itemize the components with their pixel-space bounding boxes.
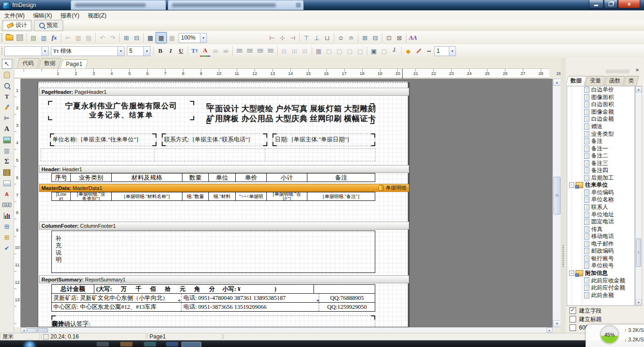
zoom-tool[interactable]	[2, 81, 12, 91]
text-object-tool[interactable]: A	[2, 124, 12, 134]
header-cell[interactable]: 材料及规格	[112, 174, 182, 182]
tree-item[interactable]: − 单位地址	[567, 211, 635, 218]
no-border-button[interactable]: ▢	[379, 46, 389, 56]
tree-item[interactable]: − 单位税号	[567, 262, 635, 270]
store-row[interactable]: 中心区店: 中心区东龙公寓#12、#13车库 电话: 0951-3873656 …	[52, 303, 375, 311]
detail-table-header[interactable]: 序号业务类别材料及规格数量单位单价小计备注	[51, 173, 375, 182]
panel-grip[interactable]	[606, 70, 629, 73]
fill-color-button[interactable]: ◆	[403, 46, 413, 56]
supplement-note-box[interactable]: 补充说明	[51, 231, 375, 273]
redo-button[interactable]: ↷	[107, 33, 118, 43]
scroll-left-icon[interactable]: ◂	[21, 328, 27, 333]
line-width-select[interactable]: 1▾	[434, 46, 456, 56]
tree-item[interactable]: − 备注	[567, 138, 635, 145]
checkbox-tool[interactable]: ✔	[2, 243, 12, 253]
tab-code[interactable]: 代码	[17, 58, 40, 68]
right-border-button[interactable]: ▢	[355, 46, 365, 56]
underline-button[interactable]: U	[176, 46, 186, 56]
align-bottom-edges-button[interactable]: ⊔	[322, 33, 332, 43]
picture-object-tool[interactable]	[2, 135, 12, 145]
align-center-button[interactable]	[245, 46, 255, 56]
tree-item[interactable]: − 备注一	[567, 145, 635, 152]
total-amount-label[interactable]: 总计金额	[52, 285, 94, 293]
field-unit-name[interactable]: 单位名称:[单据主体."往来单位"]	[50, 133, 157, 146]
amount-empty-cell[interactable]	[314, 285, 375, 293]
header-cell[interactable]: 小计	[267, 174, 307, 182]
expression-button[interactable]: fx	[49, 33, 59, 43]
start-button[interactable]	[25, 341, 35, 347]
header-cell[interactable]: 业务类别	[71, 174, 112, 182]
checkbox[interactable]	[570, 316, 576, 322]
shape-tool[interactable]	[2, 178, 12, 188]
taskbar-item-active[interactable]	[182, 342, 201, 347]
font-style-button[interactable]: TT	[190, 46, 200, 56]
checkbox[interactable]	[570, 307, 576, 314]
taskbar-item[interactable]	[97, 342, 109, 347]
ole-tool[interactable]: OLE	[2, 200, 12, 210]
snap-to-grid-button[interactable]: ▦	[156, 32, 167, 43]
show-grid-button[interactable]: ▦	[145, 33, 156, 43]
scroll-down-icon[interactable]: ▼	[553, 320, 561, 327]
header-cell[interactable]: 单位	[209, 174, 236, 182]
dropdown-arrow-icon[interactable]: ▾	[200, 33, 206, 42]
taskbar-item[interactable]	[120, 342, 132, 347]
zoom-select[interactable]: 100%▾	[179, 33, 207, 43]
align-left-edges-button[interactable]: ⊢	[267, 33, 277, 43]
tree-item[interactable]: − 图像金额	[567, 108, 635, 116]
format-brush-tool[interactable]	[2, 102, 12, 112]
report-page[interactable]: PageHeader:PageHeader1 宁夏永利伟业广告服饰有限公司 业务…	[38, 81, 408, 327]
menu-item[interactable]: 编辑(X)	[29, 12, 56, 20]
save-report-button[interactable]	[15, 33, 25, 43]
data-cell[interactable]: ">+<单据明	[236, 192, 267, 200]
field-date[interactable]: 日期:[单据主体."单据日期"]	[272, 133, 375, 146]
tab-datafields[interactable]: 数据	[565, 76, 586, 86]
connector-tool[interactable]: ⊨	[2, 113, 12, 123]
scroll-up-icon[interactable]: ▲	[636, 86, 642, 92]
tree-item[interactable]: − 此前余额	[567, 291, 635, 299]
tree-scrollbar[interactable]: ▲ ▼	[635, 86, 642, 306]
tree-item[interactable]: − 往来单位	[567, 182, 635, 189]
checkbox[interactable]	[570, 324, 576, 331]
taskbar-item[interactable]	[144, 342, 156, 347]
paste-button[interactable]: ▤	[83, 33, 94, 43]
send-to-back-button[interactable]: ⊟	[132, 33, 142, 43]
tree-item[interactable]: − 银行账号	[567, 255, 635, 263]
checkbox-row[interactable]: 建立字段	[566, 307, 644, 314]
tree-item[interactable]: − 此前应收金额	[567, 277, 635, 284]
header-cell[interactable]: 序号	[52, 174, 71, 182]
toolbar-grip[interactable]	[1, 33, 3, 42]
header-cell[interactable]: 备注	[307, 174, 375, 182]
company-title-object[interactable]: 宁夏永利伟业广告服饰有限公司 业务记录、结算单	[49, 101, 194, 120]
header-cell[interactable]: 数量	[182, 174, 209, 182]
detail-data-row[interactable]: [Line #][单据明细."业 务类别"][单据明细."材料名称"]细."数量…	[51, 192, 375, 201]
open-report-button[interactable]	[4, 33, 15, 43]
richtext-tool[interactable]: A	[2, 189, 12, 199]
page-setup-button[interactable]: ▥	[39, 33, 49, 43]
sum-tool[interactable]: Σ	[2, 157, 12, 166]
band-reportsummary[interactable]: ReportSummary:ReportSummary1	[39, 275, 409, 283]
tree-item[interactable]: − 移动电话	[567, 233, 635, 240]
line-color-button[interactable]	[413, 46, 424, 56]
italic-button[interactable]: I	[165, 46, 176, 56]
tree-item[interactable]: − 后期加工	[567, 174, 635, 182]
font-size-select[interactable]: 5▾	[127, 46, 150, 56]
menu-item[interactable]: 报表(Y)	[56, 12, 83, 20]
data-cell[interactable]: 细."数量	[182, 192, 209, 200]
font-dialog-button[interactable]: AA	[408, 33, 418, 43]
tree-item[interactable]: − 附加信息	[567, 270, 635, 277]
all-borders-button[interactable]: ▦	[314, 46, 324, 56]
strike-button[interactable]: ab	[221, 46, 231, 56]
align-to-grid-button[interactable]: ▦	[167, 33, 177, 43]
export-button[interactable]: ▤	[28, 33, 39, 43]
hand-tool[interactable]	[2, 70, 12, 80]
tree-item[interactable]: − 传真	[567, 225, 635, 233]
tab-functions[interactable]: 函数	[604, 76, 625, 86]
crosstab-tool[interactable]: ⊞	[2, 222, 12, 231]
line-style-button[interactable]: ┅	[424, 46, 434, 56]
align-v-centers-button[interactable]: ⊥	[312, 33, 322, 43]
collapse-icon[interactable]: −	[569, 182, 574, 188]
band-columnfooter[interactable]: ColumnFooter:ColumnFooter1	[39, 222, 409, 230]
tab-design[interactable]: 设计	[2, 20, 32, 31]
menu-item[interactable]: 视图(Z)	[83, 12, 110, 20]
center-h-in-band-button[interactable]: ⊞	[360, 33, 370, 43]
